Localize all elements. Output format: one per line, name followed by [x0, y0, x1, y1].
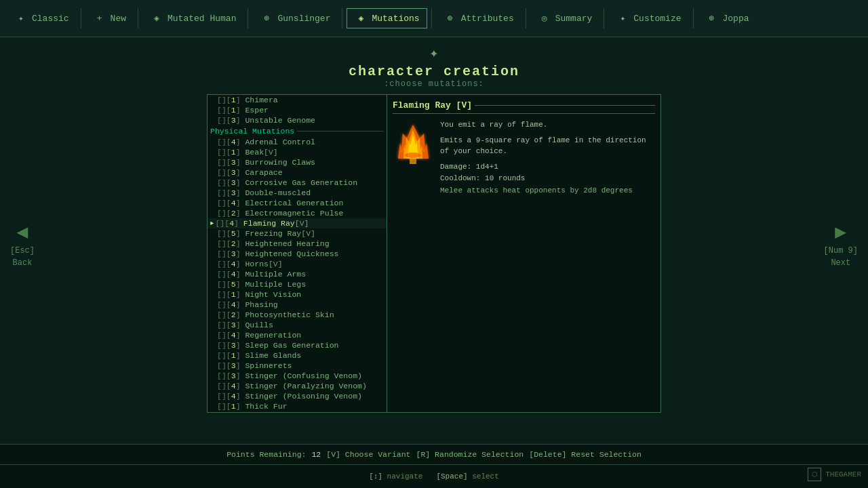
list-item-heightened-quickness[interactable]: [ ][3] Heightened Quickness — [208, 249, 387, 259]
nav-attributes[interactable]: ⊕ Attributes — [436, 8, 521, 28]
list-item-stinger-poisoning[interactable]: [ ][4] Stinger (Poisoning Venom) — [208, 391, 387, 401]
detail-cooldown: Cooldown: 10 rounds — [440, 173, 655, 185]
nav-customize-label: Customize — [633, 14, 681, 24]
back-arrow[interactable]: ◀ [Esc] Back — [10, 220, 35, 268]
list-item-flaming-ray[interactable]: [ ][4] Flaming Ray [V] — [208, 218, 387, 228]
nav-divider-1 — [81, 8, 81, 28]
svg-rect-6 — [410, 159, 416, 164]
nav-mutations[interactable]: ◈ Mutations — [347, 8, 427, 28]
nav-classic[interactable]: ✦ Classic — [7, 8, 77, 28]
select-key: [Space] — [436, 472, 467, 481]
left-arrow-icon: ◀ — [17, 220, 28, 243]
thegamer-watermark: ⬡ THEGAMER — [808, 468, 861, 481]
navigate-label: navigate — [387, 472, 423, 481]
variant-hint: [V] Choose Variant — [326, 450, 410, 459]
list-item-unstable-genome[interactable]: [ ][3] Unstable Genome — [208, 115, 387, 125]
list-item-multiple-arms[interactable]: [ ][4] Multiple Arms — [208, 269, 387, 279]
list-item-triple-jointed[interactable]: [ ][3] Triple-jointed — [208, 411, 387, 413]
list-item-thick-fur[interactable]: [ ][1] Thick Fur — [208, 401, 387, 411]
list-item-beak[interactable]: [ ][1] Beak [V] — [208, 147, 387, 157]
list-item-chimera[interactable]: [ ][1] Chimera — [208, 95, 387, 105]
mutation-sprite — [393, 119, 433, 167]
detail-content: You emit a ray of flame. Emits a 9-squar… — [393, 119, 655, 197]
nav-summary[interactable]: ◎ Summary — [530, 8, 600, 28]
points-label: Points Remaining: — [226, 450, 306, 459]
thegamer-icon: ⬡ — [808, 468, 821, 481]
reset-hint: [Delete] Reset Selection — [529, 450, 642, 459]
detail-header: Flaming Ray [V] — [393, 100, 655, 114]
nav-mutations-label: Mutations — [372, 14, 419, 24]
list-item-heightened-hearing[interactable]: [ ][2] Heightened Hearing — [208, 239, 387, 249]
mutation-detail-panel: Flaming Ray [V] — [387, 94, 661, 413]
top-navigation: ✦ Classic + New ◈ Mutated Human ⊕ Gunsli… — [0, 0, 868, 37]
detail-long-desc: Emits a 9-square ray of flame in the dir… — [440, 135, 655, 157]
nav-gunslinger[interactable]: ⊕ Gunslinger — [252, 8, 338, 28]
nav-divider-3 — [248, 8, 248, 28]
nav-joppa-label: Joppa — [723, 14, 749, 24]
list-item-stinger-paralyzing[interactable]: [ ][4] Stinger (Paralyzing Venom) — [208, 381, 387, 391]
nav-customize[interactable]: ✦ Customize — [608, 8, 688, 28]
list-item-multiple-legs[interactable]: [ ][5] Multiple Legs — [208, 279, 387, 289]
list-item-night-vision[interactable]: [ ][1] Night Vision — [208, 289, 387, 300]
next-label: Next — [831, 258, 850, 268]
classic-icon: ✦ — [14, 12, 28, 25]
customize-icon: ✦ — [616, 12, 629, 25]
list-item-corrosive-gas[interactable]: [ ][3] Corrosive Gas Generation — [208, 178, 387, 188]
list-item-spinnerets[interactable]: [ ][3] Spinnerets — [208, 361, 387, 371]
list-item-stinger-confusing[interactable]: [ ][3] Stinger (Confusing Venom) — [208, 371, 387, 381]
list-item-slime-glands[interactable]: [ ][1] Slime Glands — [208, 350, 387, 361]
panels-container: [ ][1] Chimera [ ][1] Esper [ ][3] Unsta… — [207, 94, 661, 413]
back-key: [Esc] — [10, 246, 35, 256]
back-label: Back — [13, 258, 33, 268]
list-item-freezing-ray[interactable]: [ ][5] Freezing Ray [V] — [208, 228, 387, 239]
detail-extra: Melee attacks heat opponents by 2d8 degr… — [440, 185, 655, 197]
list-item-sleep-gas[interactable]: [ ][3] Sleep Gas Generation — [208, 340, 387, 350]
list-item-burrowing-claws[interactable]: [ ][3] Burrowing Claws — [208, 157, 387, 167]
list-item-esper[interactable]: [ ][1] Esper — [208, 105, 387, 115]
main-content: ✦ character creation :choose mutations: … — [0, 37, 868, 434]
summary-icon: ◎ — [538, 12, 551, 25]
new-icon: + — [93, 12, 106, 25]
select-binding: [Space] select — [436, 472, 498, 481]
physical-mutations-header: Physical Mutations — [208, 125, 387, 137]
list-item-horns[interactable]: [ ][4] Horns [V] — [208, 259, 387, 269]
mutation-list[interactable]: [ ][1] Chimera [ ][1] Esper [ ][3] Unsta… — [207, 94, 387, 413]
bottom-status-bar: Points Remaining: 12 [V] Choose Variant … — [0, 444, 868, 464]
nav-mutated-human[interactable]: ◈ Mutated Human — [142, 8, 243, 28]
list-item-photosynthetic-skin[interactable]: [ ][2] Photosynthetic Skin — [208, 310, 387, 320]
points-value: 12 — [311, 450, 321, 459]
detail-short-desc: You emit a ray of flame. — [440, 119, 655, 131]
list-item-quills[interactable]: [ ][3] Quills — [208, 320, 387, 330]
detail-damage: Damage: 1d4+1 — [440, 161, 655, 174]
next-key: [Num 9] — [824, 246, 858, 256]
next-arrow[interactable]: ▶ [Num 9] Next — [824, 220, 858, 268]
joppa-icon: ⊕ — [705, 12, 719, 25]
gunslinger-icon: ⊕ — [260, 12, 273, 25]
list-item-electrical-generation[interactable]: [ ][4] Electrical Generation — [208, 198, 387, 208]
flaming-ray-sprite — [395, 121, 432, 165]
randomize-hint: [R] Randomize Selection — [416, 450, 524, 459]
nav-divider-7 — [604, 8, 604, 28]
nav-divider-6 — [526, 8, 526, 28]
nav-classic-label: Classic — [32, 14, 69, 24]
nav-gunslinger-label: Gunslinger — [277, 14, 330, 24]
page-subtitle: :choose mutations: — [384, 79, 484, 89]
nav-attributes-label: Attributes — [461, 14, 514, 24]
detail-text-block: You emit a ray of flame. Emits a 9-squar… — [440, 119, 655, 197]
list-item-carapace[interactable]: [ ][3] Carapace — [208, 167, 387, 178]
mutations-icon: ◈ — [354, 12, 368, 25]
nav-divider-5 — [431, 8, 432, 28]
watermark-text: THEGAMER — [825, 470, 861, 479]
list-item-adrenal-control[interactable]: [ ][4] Adrenal Control — [208, 137, 387, 147]
logo-area: ✦ character creation :choose mutations: — [349, 44, 519, 89]
nav-new-label: New — [111, 14, 126, 24]
list-item-regeneration[interactable]: [ ][4] Regeneration — [208, 330, 387, 340]
navigate-binding: [↕] navigate — [369, 472, 422, 481]
nav-divider-2 — [138, 8, 138, 28]
list-item-double-muscled[interactable]: [ ][3] Double-muscled — [208, 188, 387, 198]
nav-new[interactable]: + New — [85, 8, 134, 28]
logo-icon: ✦ — [429, 44, 438, 62]
nav-joppa[interactable]: ⊕ Joppa — [698, 8, 757, 28]
list-item-electromagnetic-pulse[interactable]: [ ][2] Electromagnetic Pulse — [208, 208, 387, 218]
list-item-phasing[interactable]: [ ][4] Phasing — [208, 300, 387, 310]
